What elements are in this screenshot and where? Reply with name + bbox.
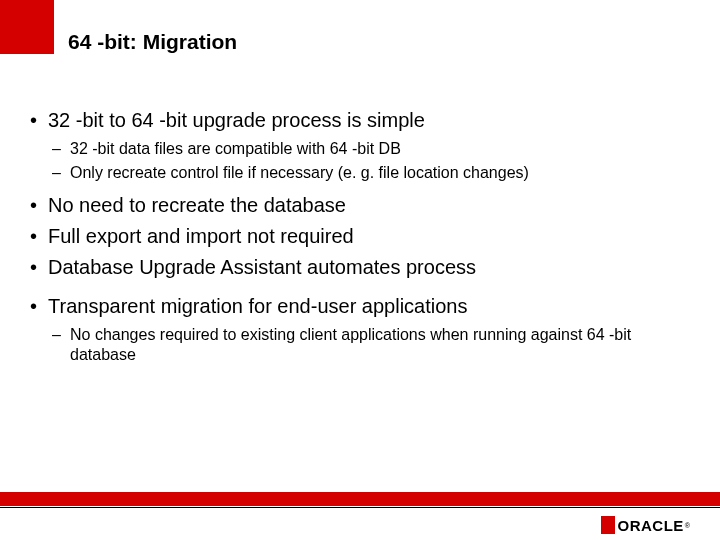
slide-body: 32 -bit to 64 -bit upgrade process is si… (30, 108, 690, 369)
slide: 64 -bit: Migration 32 -bit to 64 -bit up… (0, 0, 720, 540)
accent-block (0, 0, 54, 54)
bullet-4: Database Upgrade Assistant automates pro… (30, 255, 690, 280)
bullet-1: 32 -bit to 64 -bit upgrade process is si… (30, 108, 690, 133)
slide-title: 64 -bit: Migration (68, 30, 237, 54)
footer-line (0, 507, 720, 508)
footer-bar (0, 492, 720, 506)
oracle-logo: ORACLE ® (601, 516, 690, 534)
bullet-5-1: No changes required to existing client a… (30, 325, 690, 367)
bullet-1-2: Only recreate control file if necessary … (30, 163, 690, 184)
logo-registered: ® (685, 522, 690, 529)
logo-text: ORACLE (617, 517, 683, 534)
bullet-1-1: 32 -bit data files are compatible with 6… (30, 139, 690, 160)
bullet-3: Full export and import not required (30, 224, 690, 249)
logo-chip-icon (601, 516, 615, 534)
bullet-2: No need to recreate the database (30, 193, 690, 218)
bullet-5: Transparent migration for end-user appli… (30, 294, 690, 319)
